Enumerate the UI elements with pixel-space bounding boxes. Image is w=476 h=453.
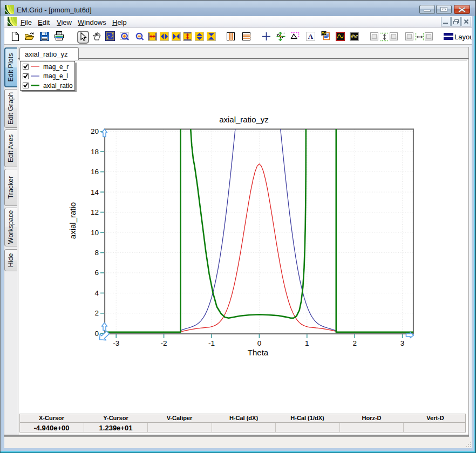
svg-text:axial_ratio_yz: axial_ratio_yz (219, 115, 269, 124)
svg-text:16: 16 (91, 168, 99, 176)
svg-text:1: 1 (305, 339, 309, 347)
svg-text:6: 6 (94, 269, 99, 277)
svg-text:20: 20 (91, 127, 99, 135)
svg-text:-3: -3 (113, 339, 119, 347)
svg-text:Theta: Theta (248, 348, 269, 357)
svg-text:3: 3 (400, 339, 405, 347)
svg-text:2: 2 (352, 339, 357, 347)
svg-text:2: 2 (94, 309, 99, 317)
svg-text:12: 12 (91, 208, 99, 216)
svg-text:0: 0 (94, 330, 99, 338)
svg-text:18: 18 (91, 148, 99, 156)
svg-text:-1: -1 (208, 339, 215, 347)
svg-text:-2: -2 (161, 339, 167, 347)
svg-text:10: 10 (91, 229, 99, 237)
svg-text:axial_ratio: axial_ratio (68, 202, 77, 239)
svg-text:0: 0 (257, 339, 262, 347)
svg-text:8: 8 (94, 249, 99, 257)
svg-text:4: 4 (94, 289, 99, 297)
svg-text:14: 14 (91, 188, 99, 196)
